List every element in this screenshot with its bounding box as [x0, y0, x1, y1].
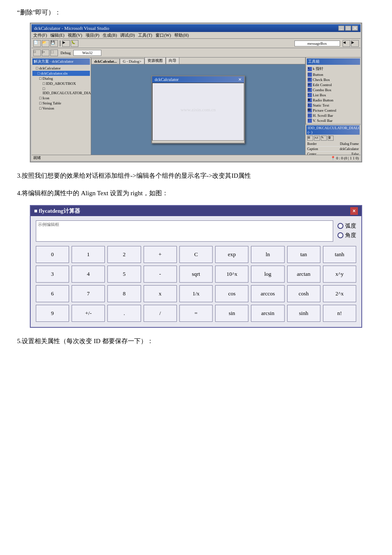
btn-sinh[interactable]: sinh — [287, 305, 320, 322]
btn-arcsin[interactable]: arcsin — [251, 305, 284, 322]
toolbar2-config[interactable]: Win32 — [73, 50, 101, 56]
close-btn[interactable]: ✕ — [352, 26, 358, 31]
toolbar-debug[interactable]: 🐛 — [71, 40, 78, 47]
menu-edit[interactable]: 编辑(E) — [50, 32, 64, 38]
tab-wizard[interactable]: 向导 — [166, 58, 179, 64]
toolbox-static[interactable]: A Static Text — [307, 103, 360, 108]
tab-dck[interactable]: dckCalculat... — [91, 58, 120, 64]
toolbox-vscroll[interactable]: ↕ V. Scroll Bar — [307, 118, 360, 123]
btn-5[interactable]: 5 — [107, 266, 141, 283]
toolbar-build[interactable]: ▶ — [62, 40, 70, 47]
tree-item-string[interactable]: □ String Table — [32, 101, 90, 106]
menu-build[interactable]: 生成(B) — [103, 32, 117, 38]
btn-sqrt[interactable]: sqrt — [179, 266, 213, 283]
btn-log[interactable]: log — [251, 266, 284, 283]
btn-arccos[interactable]: arccos — [251, 285, 284, 302]
calc-display-label: 示例编辑框 — [38, 222, 59, 228]
btn-cos[interactable]: cos — [215, 285, 248, 302]
props-btn-az[interactable]: AZ — [314, 136, 320, 141]
btn-factorial[interactable]: n! — [323, 305, 356, 322]
props-btn-add[interactable]: ✎ — [321, 136, 327, 141]
toolbox-combo[interactable]: ⊟ Combo Box — [307, 87, 360, 92]
btn-minus[interactable]: - — [144, 266, 177, 283]
menu-file[interactable]: 文件(F) — [33, 32, 47, 38]
btn-4[interactable]: 4 — [72, 266, 105, 283]
toolbox-button[interactable]: □ Button — [307, 72, 360, 77]
btn-8[interactable]: 8 — [107, 285, 141, 302]
btn-0[interactable]: 0 — [36, 246, 69, 263]
menu-help[interactable]: 帮助(H) — [174, 32, 189, 38]
btn-10px[interactable]: 10^x — [215, 266, 248, 283]
restore-btn[interactable]: □ — [345, 26, 351, 31]
toolbar-btn-r2[interactable]: ▶ — [351, 40, 359, 47]
menu-debug[interactable]: 调试(D) — [120, 32, 135, 38]
toolbar-save[interactable]: 💾 — [50, 40, 58, 47]
btn-arctan[interactable]: arctan — [287, 266, 320, 283]
toolbar2-btn2[interactable]: ▷ — [42, 49, 49, 56]
toolbox-checkbox[interactable]: ☑ Check Box — [307, 77, 360, 82]
radio-radian-item[interactable]: 弧度 — [337, 222, 356, 230]
btn-div[interactable]: / — [144, 305, 177, 322]
radio-angle[interactable] — [337, 232, 343, 238]
step5-text: 5.设置相关属性（每次改变 ID 都要保存一下）： — [17, 335, 375, 347]
btn-c[interactable]: C — [179, 246, 213, 263]
tree-item-dialog[interactable]: □ Dialog — [32, 76, 90, 81]
btn-xpowy[interactable]: x^y — [323, 266, 356, 283]
toolbar-search[interactable]: messageBox — [294, 40, 340, 46]
menu-project[interactable]: 项目(P) — [86, 32, 99, 38]
props-toolbar: ⊞ AZ ✎ 🗑 — [306, 135, 360, 142]
props-btn-del[interactable]: 🗑 — [328, 136, 334, 141]
toolbox-list[interactable]: ≡ List Box — [307, 92, 360, 98]
btn-dot[interactable]: . — [107, 305, 141, 322]
toolbar-open[interactable]: 📂 — [42, 40, 49, 47]
picture-icon: 🖼 — [308, 108, 312, 113]
menu-view[interactable]: 视图(V) — [68, 32, 82, 38]
btn-exp[interactable]: exp — [215, 246, 248, 263]
toolbox-picture[interactable]: 🖼 Picture Control — [307, 108, 360, 113]
btn-6[interactable]: 6 — [36, 285, 69, 302]
toolbox-picture-label: Picture Control — [313, 108, 336, 113]
toolbar-new[interactable]: 📄 — [33, 40, 41, 47]
tree-item-root[interactable]: □ dckCalculator — [32, 66, 90, 71]
btn-recip[interactable]: 1/x — [179, 285, 213, 302]
intro-text: “删除”即可）： — [17, 9, 375, 17]
radio-angle-item[interactable]: 角度 — [337, 231, 356, 239]
btn-9[interactable]: 9 — [36, 305, 69, 322]
calc-close-button[interactable]: × — [350, 207, 358, 215]
btn-negate[interactable]: +/- — [72, 305, 105, 322]
btn-7[interactable]: 7 — [72, 285, 105, 302]
btn-2px[interactable]: 2^x — [323, 285, 356, 302]
menu-window[interactable]: 窗口(W) — [156, 32, 171, 38]
btn-tan[interactable]: tan — [287, 246, 320, 263]
toolbar-btn-r1[interactable]: ◀ — [343, 40, 350, 47]
toolbox-edit[interactable]: ab Edit Control — [307, 82, 360, 87]
btn-mul[interactable]: x — [144, 285, 177, 302]
btn-1[interactable]: 1 — [72, 246, 105, 263]
tab-resource[interactable]: 资源视图 — [144, 58, 166, 64]
tree-item-maindlg[interactable]: □ IDD_DKCALCULATOR_DIALOG — [32, 86, 90, 95]
toolbar2-btn1[interactable]: □ — [33, 49, 41, 56]
btn-ln[interactable]: ln — [251, 246, 284, 263]
btn-3[interactable]: 3 — [36, 266, 69, 283]
hscroll-icon: ↔ — [308, 113, 312, 118]
btn-sin[interactable]: sin — [215, 305, 248, 322]
ide-tab-bar: dckCalculat... G - Dialog> 资源视图 向导 — [91, 58, 305, 64]
minimize-btn[interactable]: _ — [338, 26, 344, 31]
radio-radian[interactable] — [337, 223, 343, 229]
tab-dialog[interactable]: G - Dialog> — [120, 58, 144, 64]
btn-cosh[interactable]: cosh — [287, 285, 320, 302]
tree-item-icon[interactable]: □ Icon — [32, 95, 90, 101]
toolbox-hscroll[interactable]: ↔ H. Scroll Bar — [307, 113, 360, 118]
btn-equals[interactable]: = — [179, 305, 213, 322]
props-btn-cat[interactable]: ⊞ — [307, 136, 313, 141]
toolbar2-btn3[interactable]: ⬚ — [50, 49, 58, 56]
menu-tools[interactable]: 工具(T) — [138, 32, 152, 38]
btn-2[interactable]: 2 — [107, 246, 141, 263]
tree-item-version[interactable]: □ Version — [32, 106, 90, 111]
tree-item-sln[interactable]: □ dckCalculator.sln — [32, 71, 90, 76]
btn-tanh[interactable]: tanh — [323, 246, 356, 263]
tree-item-aboutbox[interactable]: □ IDD_ABOUTBOX — [32, 81, 90, 86]
toolbox-radio[interactable]: ◉ Radio Button — [307, 98, 360, 103]
btn-plus[interactable]: + — [144, 246, 177, 263]
ide-dialog-close[interactable]: ✕ — [238, 77, 242, 82]
